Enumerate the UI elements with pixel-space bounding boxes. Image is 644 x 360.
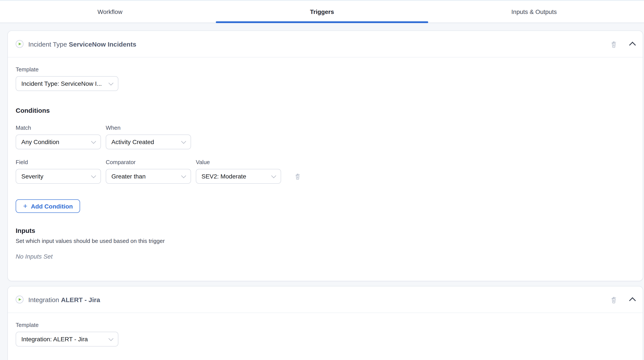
template-label: Template [16,66,635,73]
value-select[interactable]: SEV2: Moderate [196,169,281,184]
match-when-row: Match Any Condition When Activity Create… [16,125,635,149]
chevron-down-icon [91,139,96,144]
trigger-card-incident-type: Incident Type ServiceNow Incidents [8,31,643,281]
chevron-up-icon [629,41,636,48]
trigger-name: ALERT - Jira [61,296,100,303]
play-icon [16,295,24,303]
tab-workflow[interactable]: Workflow [4,1,216,23]
play-icon [16,40,24,48]
active-tab-underline [216,21,428,23]
plus-icon: + [23,202,28,210]
tab-inputs-outputs-label: Inputs & Outputs [511,8,557,15]
condition-row-actions [294,169,302,184]
delete-trigger-button[interactable] [610,40,618,48]
add-condition-label: Add Condition [31,203,73,210]
chevron-down-icon [108,336,114,341]
add-condition-button[interactable]: + Add Condition [16,199,80,213]
trash-icon [610,295,618,304]
field-field-group: Field Severity [16,159,101,184]
trigger-name: ServiceNow Incidents [69,40,136,48]
when-label: When [106,125,191,131]
workflow-editor-page: Workflow Triggers Inputs & Outputs Incid… [0,0,644,360]
value-select-value: SEV2: Moderate [202,173,246,180]
trigger-card-actions [610,295,635,304]
trigger-card-actions [610,40,635,48]
value-field-group: Value SEV2: Moderate [196,159,281,184]
match-select-value: Any Condition [21,138,59,145]
trigger-card-header: Integration ALERT - Jira [8,286,643,313]
inputs-empty-state: No Inputs Set [16,253,635,260]
tab-triggers[interactable]: Triggers [216,1,428,23]
match-label: Match [16,125,101,131]
trigger-card-header: Incident Type ServiceNow Incidents [8,31,643,58]
trigger-card-integration: Integration ALERT - Jira [8,286,643,360]
comparator-select-value: Greater than [112,173,146,180]
tab-inputs-outputs[interactable]: Inputs & Outputs [428,1,640,23]
field-select[interactable]: Severity [16,169,101,184]
tab-bar: Workflow Triggers Inputs & Outputs [0,1,644,23]
comparator-label: Comparator [106,159,191,165]
inputs-section: Inputs Set which input values should be … [16,227,635,260]
value-label: Value [196,159,281,165]
chevron-down-icon [91,173,96,178]
comparator-field-group: Comparator Greater than [106,159,191,184]
card-body-clipped-spacer [16,346,635,360]
chevron-down-icon [181,139,186,144]
chevron-down-icon [271,173,276,178]
chevron-down-icon [108,81,114,86]
template-label: Template [16,322,635,328]
template-select-value: Incident Type: ServiceNow I... [21,80,102,87]
tab-workflow-label: Workflow [98,8,122,15]
triggers-panel: Incident Type ServiceNow Incidents [0,23,644,360]
trash-icon [294,172,302,180]
inputs-description: Set which input values should be used ba… [16,238,635,244]
template-select[interactable]: Integration: ALERT - Jira [16,332,118,346]
when-select[interactable]: Activity Created [106,135,191,149]
template-select[interactable]: Incident Type: ServiceNow I... [16,76,118,91]
trigger-card-title: Integration ALERT - Jira [28,296,100,303]
delete-condition-button[interactable] [294,172,302,180]
when-select-value: Activity Created [112,138,154,145]
tab-triggers-label: Triggers [310,8,334,15]
chevron-up-icon [629,297,636,304]
condition-row: Field Severity Comparator Greater than [16,159,635,184]
when-field-group: When Activity Created [106,125,191,149]
comparator-select[interactable]: Greater than [106,169,191,184]
trigger-card-body: Template Integration: ALERT - Jira [8,313,643,360]
inputs-heading: Inputs [16,227,635,234]
match-field-group: Match Any Condition [16,125,101,149]
chevron-down-icon [181,173,186,178]
trigger-card-body: Template Incident Type: ServiceNow I... … [8,58,643,281]
trigger-card-header-left: Incident Type ServiceNow Incidents [16,40,136,48]
trigger-kind-label: Integration [28,296,59,303]
field-label: Field [16,159,101,165]
template-select-value: Integration: ALERT - Jira [21,336,88,342]
trigger-card-header-left: Integration ALERT - Jira [16,295,100,303]
collapse-trigger-button[interactable] [630,41,635,47]
trigger-kind-label: Incident Type [28,40,67,48]
delete-trigger-button[interactable] [610,295,618,304]
field-select-value: Severity [21,173,43,180]
trash-icon [610,40,618,48]
trigger-card-title: Incident Type ServiceNow Incidents [28,40,136,48]
collapse-trigger-button[interactable] [630,296,635,303]
match-select[interactable]: Any Condition [16,135,101,149]
conditions-heading: Conditions [16,107,635,114]
